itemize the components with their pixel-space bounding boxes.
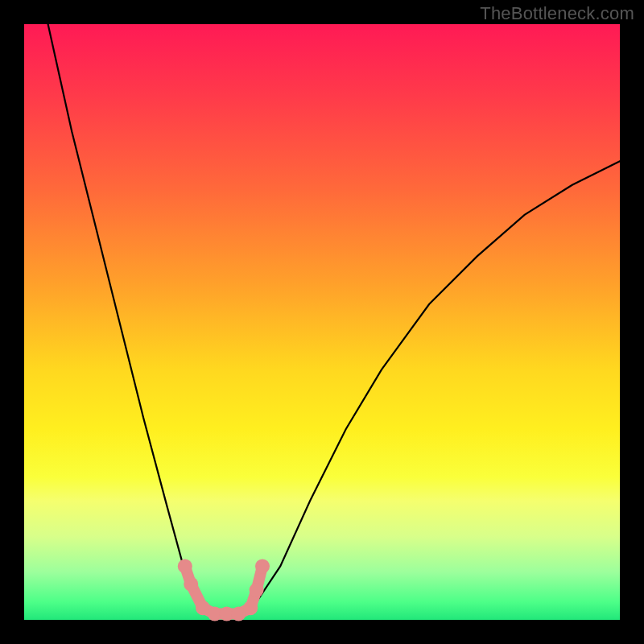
valley-marker [243, 601, 258, 615]
curve-layer [48, 24, 620, 614]
valley-marker [250, 583, 264, 597]
valley-marker [178, 559, 192, 573]
bottleneck-curve-path [48, 24, 620, 614]
valley-marker [255, 559, 270, 573]
chart-frame: TheBottleneck.com [0, 0, 644, 644]
chart-svg [0, 0, 644, 644]
marker-layer [178, 559, 270, 621]
watermark-text: TheBottleneck.com [480, 3, 634, 24]
valley-marker [184, 577, 198, 592]
